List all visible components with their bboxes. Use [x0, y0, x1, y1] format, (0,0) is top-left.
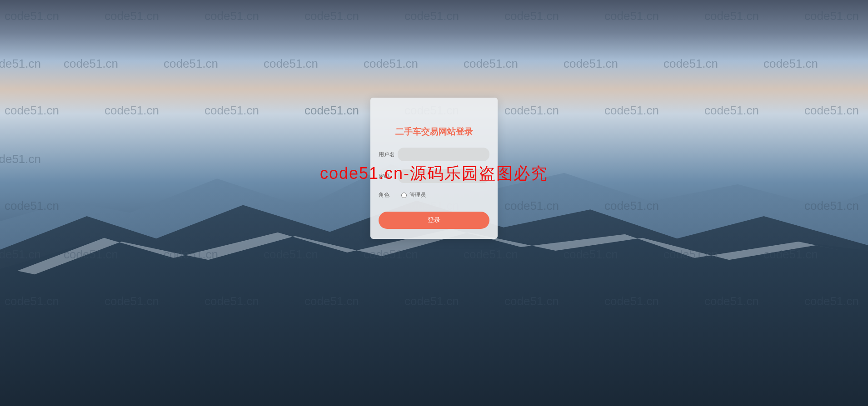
watermark-text: code51.cn — [304, 9, 359, 23]
watermark-text: code51.cn — [564, 248, 618, 262]
watermark-text: code51.cn — [504, 199, 559, 213]
login-title: 二手车交易网站登录 — [379, 126, 489, 138]
watermark-text: code51.cn — [404, 9, 459, 23]
watermark-text: code51.cn — [105, 9, 159, 23]
watermark-text: code51.cn — [264, 248, 318, 262]
watermark-text: code51.cn — [704, 104, 759, 118]
watermark-text: code51.cn — [464, 248, 518, 262]
watermark-text: code51.cn — [0, 248, 41, 262]
username-label: 用户名 — [379, 151, 398, 158]
watermark-text: code51.cn — [164, 57, 218, 71]
login-button[interactable]: 登录 — [379, 212, 489, 229]
watermark-text: code51.cn — [304, 104, 359, 118]
role-radio-admin-label: 管理员 — [409, 191, 426, 199]
watermark-text: code51.cn — [804, 199, 859, 213]
watermark-text: code51.cn — [804, 294, 859, 308]
watermark-text: code51.cn — [5, 199, 59, 213]
watermark-text: code51.cn — [364, 57, 418, 71]
watermark-text: code51.cn — [5, 294, 59, 308]
watermark-text: code51.cn — [464, 57, 518, 71]
watermark-text: code51.cn — [663, 57, 718, 71]
watermark-text: code51.cn — [663, 248, 718, 262]
role-radio-admin[interactable] — [401, 193, 407, 198]
watermark-text: code51.cn — [604, 294, 659, 308]
watermark-text: code51.cn — [205, 294, 259, 308]
watermark-text: code51.cn — [804, 9, 859, 23]
username-input[interactable] — [398, 148, 489, 161]
watermark-text: code51.cn — [704, 294, 759, 308]
watermark-text: code51.cn — [804, 104, 859, 118]
watermark-main: code51.cn-源码乐园盗图必究 — [320, 163, 548, 185]
watermark-text: code51.cn — [264, 57, 318, 71]
watermark-text: code51.cn — [763, 248, 818, 262]
watermark-text: code51.cn — [0, 57, 41, 71]
watermark-text: code51.cn — [164, 248, 218, 262]
watermark-text: code51.cn — [0, 152, 41, 166]
role-radio-wrapper: 管理员 — [401, 191, 426, 199]
username-row: 用户名 — [379, 148, 489, 161]
watermark-text: code51.cn — [304, 294, 359, 308]
watermark-text: code51.cn — [105, 294, 159, 308]
watermark-text: code51.cn — [504, 294, 559, 308]
watermark-text: code51.cn — [604, 9, 659, 23]
watermark-text: code51.cn — [604, 104, 659, 118]
watermark-text: code51.cn — [64, 57, 118, 71]
watermark-text: code51.cn — [364, 248, 418, 262]
watermark-text: code51.cn — [205, 104, 259, 118]
watermark-text: code51.cn — [5, 104, 59, 118]
watermark-text: code51.cn — [5, 9, 59, 23]
watermark-text: code51.cn — [604, 199, 659, 213]
watermark-text: code51.cn — [704, 9, 759, 23]
watermark-text: code51.cn — [763, 57, 818, 71]
watermark-text: code51.cn — [564, 57, 618, 71]
role-row: 角色 管理员 — [379, 191, 489, 199]
watermark-text: code51.cn — [504, 104, 559, 118]
watermark-text: code51.cn — [504, 9, 559, 23]
watermark-text: code51.cn — [404, 294, 459, 308]
watermark-text: code51.cn — [64, 248, 118, 262]
role-label: 角色 — [379, 191, 398, 199]
watermark-text: code51.cn — [105, 104, 159, 118]
watermark-text: code51.cn — [205, 9, 259, 23]
